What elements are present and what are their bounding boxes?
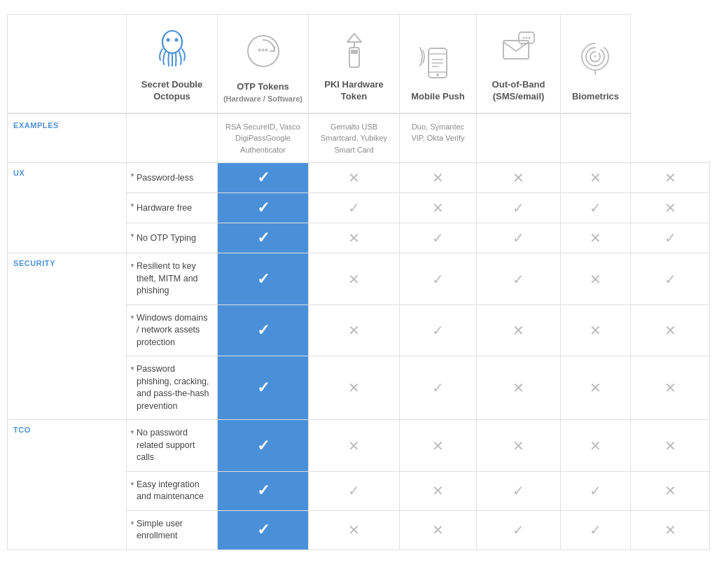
examples-row: EXAMPLES RSA SecureID, Vasco DigiPassGoo… (8, 113, 710, 163)
sdo-icon (131, 24, 213, 74)
svg-rect-6 (351, 50, 358, 54)
otp-title: OTP Tokens (222, 81, 304, 93)
category-label-security: SECURITY (8, 253, 127, 420)
check-white-icon: ✓ (257, 379, 270, 396)
x-icon: ✕ (348, 272, 360, 287)
comparison-table-container: Secret Double Octopus *** OTP Tokens (Ha… (0, 0, 717, 564)
cell-oob: ✓ (561, 471, 631, 510)
x-icon: ✕ (590, 170, 601, 186)
sdo-title: Secret Double Octopus (131, 79, 213, 103)
header-bio: Biometrics (561, 15, 631, 113)
cell-pki: ✕ (400, 471, 477, 510)
header-empty (8, 15, 127, 113)
mp-icon (404, 36, 472, 85)
row-label: Simple user enrollment (127, 510, 218, 550)
cell-mp: ✕ (477, 420, 561, 472)
header-oob: Out-of-Band (SMS/email) (477, 15, 561, 113)
x-icon: ✕ (348, 380, 360, 396)
x-icon: ✕ (348, 323, 360, 338)
x-icon: ✕ (513, 438, 524, 454)
cell-mp: ✓ (477, 223, 561, 253)
cell-otp: ✕ (309, 304, 400, 356)
check-gray-icon: ✓ (590, 200, 601, 216)
cell-pki: ✓ (400, 253, 477, 305)
check-white-icon: ✓ (257, 270, 270, 288)
examples-oob (477, 113, 561, 163)
row-label: Resilient to key theft, MITM and phishin… (127, 253, 218, 305)
cell-otp: ✕ (309, 223, 400, 253)
x-icon: ✕ (432, 200, 444, 216)
cell-bio: ✕ (631, 304, 710, 356)
cell-pki: ✕ (400, 193, 477, 223)
examples-mp: Duo, Symantec VIP, Okta Verify (400, 113, 477, 163)
svg-point-19 (528, 36, 530, 38)
check-gray-icon: ✓ (664, 272, 676, 287)
check-gray-icon: ✓ (432, 272, 444, 287)
mp-title: Mobile Push (404, 91, 472, 103)
x-icon: ✕ (432, 483, 444, 498)
cell-bio: ✕ (631, 420, 710, 472)
row-label: Password phishing, cracking, and pass-th… (127, 356, 218, 420)
cell-bio: ✓ (631, 253, 710, 305)
cell-otp: ✕ (309, 510, 400, 550)
check-gray-icon: ✓ (513, 200, 524, 216)
cell-mp: ✓ (477, 471, 561, 510)
row-label: No OTP Typing (127, 223, 218, 253)
svg-text:***: *** (258, 46, 269, 57)
x-icon: ✕ (664, 170, 676, 186)
x-icon: ✕ (590, 230, 601, 246)
cell-oob: ✕ (561, 223, 631, 253)
category-label-ux: UX (8, 163, 127, 253)
x-icon: ✕ (590, 438, 601, 454)
check-gray-icon: ✓ (432, 230, 444, 246)
otp-subtitle: (Hardware / Software) (222, 94, 304, 103)
cell-pki: ✕ (400, 510, 477, 550)
check-gray-icon: ✓ (348, 483, 360, 498)
check-gray-icon: ✓ (432, 323, 444, 338)
x-icon: ✕ (513, 323, 524, 338)
svg-point-2 (174, 38, 178, 41)
cell-bio: ✕ (631, 193, 710, 223)
cell-pki: ✓ (400, 304, 477, 356)
oob-icon (481, 24, 556, 74)
examples-label: EXAMPLES (8, 113, 127, 163)
row-label: Easy integration and maintenance (127, 471, 218, 510)
table-row: SECURITYResilient to key theft, MITM and… (8, 253, 710, 305)
cell-mp: ✓ (477, 253, 561, 305)
row-label: Hardware free (127, 193, 218, 223)
cell-sdo: ✓ (218, 471, 309, 510)
cell-bio: ✕ (631, 356, 710, 420)
cell-bio: ✕ (631, 471, 710, 510)
cell-oob: ✕ (561, 304, 631, 356)
x-icon: ✕ (432, 522, 444, 538)
cell-oob: ✕ (561, 253, 631, 305)
check-white-icon: ✓ (257, 482, 270, 499)
svg-point-18 (525, 36, 527, 38)
oob-title: Out-of-Band (SMS/email) (481, 79, 556, 103)
check-gray-icon: ✓ (513, 483, 524, 498)
check-gray-icon: ✓ (664, 230, 676, 246)
examples-sdo (127, 113, 218, 163)
x-icon: ✕ (348, 438, 360, 454)
cell-pki: ✓ (400, 223, 477, 253)
check-gray-icon: ✓ (590, 483, 601, 498)
x-icon: ✕ (664, 200, 676, 216)
x-icon: ✕ (664, 438, 676, 454)
cell-oob: ✕ (561, 420, 631, 472)
cell-oob: ✓ (561, 193, 631, 223)
x-icon: ✕ (664, 483, 676, 498)
examples-otp: RSA SecureID, Vasco DigiPassGoogle Authe… (218, 113, 309, 163)
check-white-icon: ✓ (257, 199, 270, 216)
table-row: UXPassword-less✓✕✕✕✕✕ (8, 163, 710, 193)
x-icon: ✕ (513, 380, 524, 396)
cell-oob: ✕ (561, 356, 631, 420)
cell-mp: ✓ (477, 193, 561, 223)
cell-bio: ✕ (631, 510, 710, 550)
cell-pki: ✕ (400, 163, 477, 193)
cell-pki: ✕ (400, 420, 477, 472)
check-white-icon: ✓ (257, 321, 270, 339)
check-gray-icon: ✓ (513, 522, 524, 538)
cell-otp: ✕ (309, 356, 400, 420)
row-label: No password related support calls (127, 420, 218, 472)
examples-bio (561, 113, 631, 163)
